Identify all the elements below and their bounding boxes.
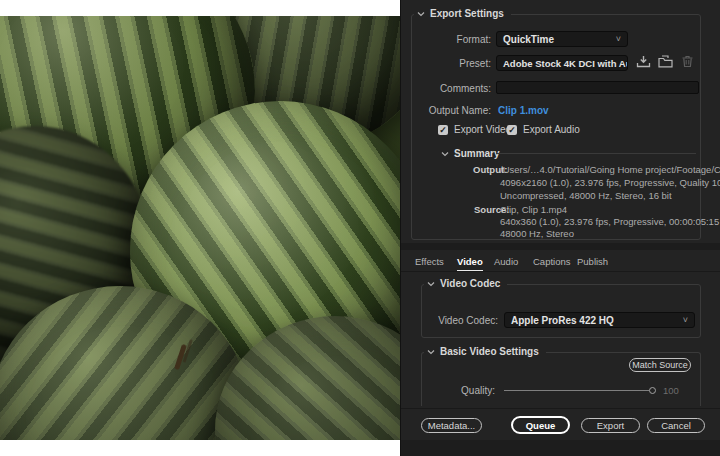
chevron-down-icon [427,281,435,287]
preset-actions [636,55,695,68]
preset-value: Adobe Stock 4K DCI with Audio … [503,58,628,69]
export-settings-panel: Export Settings Format: QuickTime ˅ Pres… [400,0,720,456]
import-preset-icon[interactable] [658,55,673,68]
metadata-button[interactable]: Metadata... [421,418,482,433]
format-dropdown[interactable]: QuickTime ˅ [496,31,628,47]
export-video-option[interactable]: ✓ Export Video [438,124,511,135]
chevron-down-icon [441,151,449,157]
queue-button[interactable]: Queue [511,416,570,434]
output-name-link[interactable]: Clip 1.mov [498,105,549,116]
comments-label: Comments: [411,83,491,94]
export-audio-option[interactable]: ✓ Export Audio [507,124,580,135]
export-button[interactable]: Export [581,418,640,433]
tab-effects[interactable]: Effects [415,256,444,270]
tab-audio[interactable]: Audio [494,256,518,270]
tab-publish[interactable]: Publish [577,256,608,270]
footer-divider [401,408,720,409]
video-codec-dropdown[interactable]: Apple ProRes 422 HQ ˅ [504,312,695,328]
export-audio-checkbox[interactable]: ✓ [507,125,517,135]
preset-label: Preset: [411,58,491,69]
quality-slider-handle[interactable] [649,387,656,394]
chevron-down-icon: ˅ [683,315,688,325]
save-preset-icon[interactable] [636,55,651,68]
summary-output-line: 4096x2160 (1.0), 23.976 fps, Progressive… [500,177,720,188]
video-codec-value: Apple ProRes 422 HQ [511,315,614,326]
video-codec-section-title: Video Codec [440,278,500,289]
chevron-down-icon [427,349,435,355]
format-label: Format: [411,34,491,45]
summary-source-line: 48000 Hz, Stereo [500,228,574,239]
bottom-strip [401,440,720,456]
tab-video[interactable]: Video [457,256,483,272]
cancel-button[interactable]: Cancel [647,418,705,433]
video-codec-label: Video Codec: [418,315,498,326]
video-codec-group: Video Codec [421,284,701,338]
comments-input[interactable] [496,81,699,94]
delete-preset-icon[interactable] [680,55,695,68]
basic-video-settings-title: Basic Video Settings [440,346,539,357]
summary-source-line: 640x360 (1.0), 23.976 fps, Progressive, … [500,216,719,227]
summary-header[interactable]: Summary [441,148,500,159]
format-value: QuickTime [503,34,554,45]
video-codec-header[interactable]: Video Codec [424,278,507,289]
summary-output-line: Uncompressed, 48000 Hz, Stereo, 16 bit [500,190,672,201]
match-source-button[interactable]: Match Source [629,358,691,372]
quality-value: 100 [663,385,679,396]
tabs-divider [401,271,720,272]
summary-title: Summary [454,148,500,159]
basic-video-settings-header[interactable]: Basic Video Settings [424,346,546,357]
summary-divider [496,153,696,154]
tab-captions[interactable]: Captions [533,256,571,270]
output-name-label: Output Name: [411,105,491,116]
watermelon-photo [0,16,400,440]
summary-source-line: Clip, Clip 1.mp4 [500,204,567,215]
export-video-label: Export Video [454,124,511,135]
export-settings-title: Export Settings [430,8,504,19]
export-settings-header[interactable]: Export Settings [414,8,511,19]
quality-label: Quality: [415,385,495,396]
summary-output-line: /Users/…4.0/Tutorial/Going Home project/… [500,164,720,175]
preset-dropdown[interactable]: Adobe Stock 4K DCI with Audio … ˅ [496,55,628,71]
quality-slider-track[interactable] [504,390,649,391]
export-audio-label: Export Audio [523,124,580,135]
panel-separator [401,243,720,250]
chevron-down-icon: ˅ [616,34,621,44]
chevron-down-icon [417,11,425,17]
export-video-checkbox[interactable]: ✓ [438,125,448,135]
